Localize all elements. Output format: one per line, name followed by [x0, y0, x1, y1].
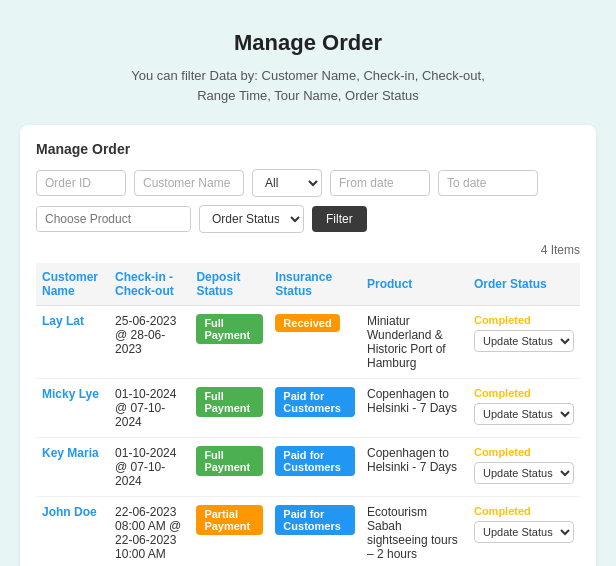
from-date-input[interactable] [330, 170, 430, 196]
completed-label: Completed [474, 505, 574, 517]
order-status-select[interactable]: Order Status [199, 205, 304, 233]
header-insurance-status: Insurance Status [269, 263, 361, 306]
cell-insurance-status: Paid for Customers [269, 379, 361, 438]
insurance-badge: Paid for Customers [275, 446, 355, 476]
deposit-badge: Full Payment [196, 387, 263, 417]
page-title: Manage Order [20, 30, 596, 56]
header-customer-name: Customer Name [36, 263, 109, 306]
table-row: Lay Lat 25-06-2023 @ 28-06-2023 Full Pay… [36, 306, 580, 379]
header-product: Product [361, 263, 468, 306]
update-status-select[interactable]: Update Status [474, 403, 574, 425]
cell-checkin-checkout: 25-06-2023 @ 28-06-2023 [109, 306, 190, 379]
cell-product: Copenhagen to Helsinki - 7 Days [361, 379, 468, 438]
page-subtitle: You can filter Data by: Customer Name, C… [20, 66, 596, 105]
cell-product: Miniatur Wunderland & Historic Port of H… [361, 306, 468, 379]
header-checkin-checkout: Check-in - Check-out [109, 263, 190, 306]
table-row: Key Maria 01-10-2024 @ 07-10-2024 Full P… [36, 438, 580, 497]
order-status-wrapper: Completed Update Status [474, 387, 574, 425]
items-count: 4 Items [36, 243, 580, 257]
cell-deposit-status: Full Payment [190, 379, 269, 438]
to-date-input[interactable] [438, 170, 538, 196]
cell-order-status: Completed Update Status [468, 497, 580, 567]
table-row: Micky Lye 01-10-2024 @ 07-10-2024 Full P… [36, 379, 580, 438]
table-row: John Doe 22-06-2023 08:00 AM @ 22-06-202… [36, 497, 580, 567]
update-status-select[interactable]: Update Status [474, 462, 574, 484]
cell-deposit-status: Full Payment [190, 306, 269, 379]
orders-table: Customer Name Check-in - Check-out Depos… [36, 263, 580, 566]
cell-customer-name: Lay Lat [36, 306, 109, 379]
cell-insurance-status: Paid for Customers [269, 497, 361, 567]
insurance-badge: Paid for Customers [275, 387, 355, 417]
cell-order-status: Completed Update Status [468, 379, 580, 438]
cell-product: Ecotourism Sabah sightseeing tours – 2 h… [361, 497, 468, 567]
insurance-badge: Paid for Customers [275, 505, 355, 535]
completed-label: Completed [474, 387, 574, 399]
cell-checkin-checkout: 01-10-2024 @ 07-10-2024 [109, 379, 190, 438]
deposit-badge: Full Payment [196, 446, 263, 476]
cell-customer-name: Micky Lye [36, 379, 109, 438]
all-select[interactable]: All [252, 169, 322, 197]
cell-insurance-status: Received [269, 306, 361, 379]
card-title: Manage Order [36, 141, 580, 157]
cell-checkin-checkout: 01-10-2024 @ 07-10-2024 [109, 438, 190, 497]
deposit-badge: Full Payment [196, 314, 263, 344]
order-status-wrapper: Completed Update Status [474, 446, 574, 484]
header-deposit-status: Deposit Status [190, 263, 269, 306]
completed-label: Completed [474, 314, 574, 326]
order-status-wrapper: Completed Update Status [474, 314, 574, 352]
completed-label: Completed [474, 446, 574, 458]
cell-insurance-status: Paid for Customers [269, 438, 361, 497]
table-header-row: Customer Name Check-in - Check-out Depos… [36, 263, 580, 306]
insurance-badge: Received [275, 314, 339, 332]
deposit-badge: Partial Payment [196, 505, 263, 535]
update-status-select[interactable]: Update Status [474, 521, 574, 543]
cell-checkin-checkout: 22-06-2023 08:00 AM @ 22-06-2023 10:00 A… [109, 497, 190, 567]
cell-product: Copenhagen to Helsinki - 7 Days [361, 438, 468, 497]
cell-order-status: Completed Update Status [468, 306, 580, 379]
filter-row-2: ▼ Order Status Filter [36, 205, 580, 233]
cell-order-status: Completed Update Status [468, 438, 580, 497]
customer-name-input[interactable] [134, 170, 244, 196]
choose-product-wrap: ▼ [36, 206, 191, 232]
manage-order-card: Manage Order All ▼ Order Status Filter 4… [20, 125, 596, 566]
filter-row-1: All [36, 169, 580, 197]
cell-deposit-status: Full Payment [190, 438, 269, 497]
choose-product-input[interactable] [37, 207, 191, 231]
filter-button[interactable]: Filter [312, 206, 367, 232]
cell-customer-name: John Doe [36, 497, 109, 567]
cell-deposit-status: Partial Payment [190, 497, 269, 567]
order-status-wrapper: Completed Update Status [474, 505, 574, 543]
order-id-input[interactable] [36, 170, 126, 196]
cell-customer-name: Key Maria [36, 438, 109, 497]
update-status-select[interactable]: Update Status [474, 330, 574, 352]
header-order-status: Order Status [468, 263, 580, 306]
